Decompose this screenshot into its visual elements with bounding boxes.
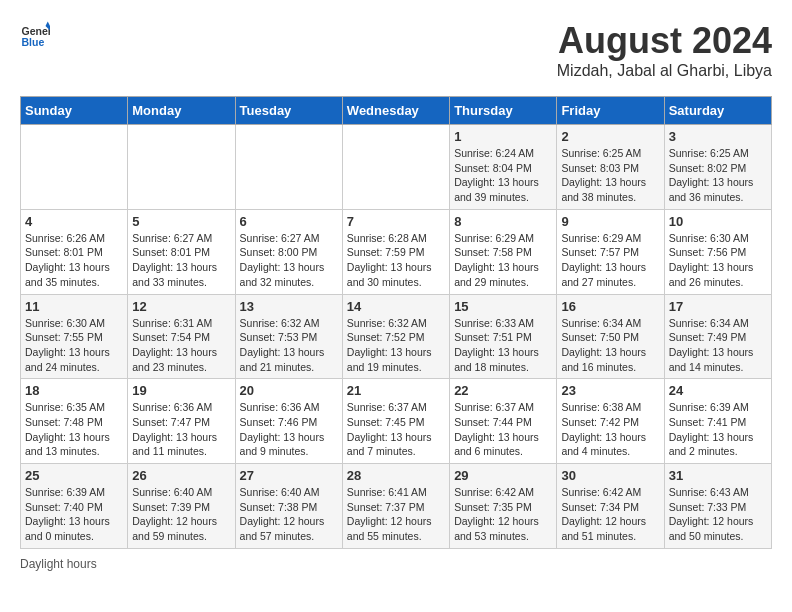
- day-info: Sunrise: 6:36 AMSunset: 7:46 PMDaylight:…: [240, 400, 338, 459]
- day-info: Sunrise: 6:29 AMSunset: 7:58 PMDaylight:…: [454, 231, 552, 290]
- day-info: Sunrise: 6:39 AMSunset: 7:41 PMDaylight:…: [669, 400, 767, 459]
- day-info: Sunrise: 6:32 AMSunset: 7:53 PMDaylight:…: [240, 316, 338, 375]
- day-info: Sunrise: 6:30 AMSunset: 7:56 PMDaylight:…: [669, 231, 767, 290]
- day-number: 13: [240, 299, 338, 314]
- calendar-cell: 10Sunrise: 6:30 AMSunset: 7:56 PMDayligh…: [664, 209, 771, 294]
- day-number: 24: [669, 383, 767, 398]
- calendar-cell: 9Sunrise: 6:29 AMSunset: 7:57 PMDaylight…: [557, 209, 664, 294]
- weekday-header: Saturday: [664, 97, 771, 125]
- calendar-cell: 29Sunrise: 6:42 AMSunset: 7:35 PMDayligh…: [450, 464, 557, 549]
- weekday-header: Friday: [557, 97, 664, 125]
- weekday-header: Monday: [128, 97, 235, 125]
- day-number: 27: [240, 468, 338, 483]
- calendar-cell: 23Sunrise: 6:38 AMSunset: 7:42 PMDayligh…: [557, 379, 664, 464]
- day-number: 12: [132, 299, 230, 314]
- day-number: 22: [454, 383, 552, 398]
- day-info: Sunrise: 6:26 AMSunset: 8:01 PMDaylight:…: [25, 231, 123, 290]
- day-number: 6: [240, 214, 338, 229]
- day-number: 11: [25, 299, 123, 314]
- calendar-cell: 17Sunrise: 6:34 AMSunset: 7:49 PMDayligh…: [664, 294, 771, 379]
- weekday-header: Tuesday: [235, 97, 342, 125]
- day-info: Sunrise: 6:42 AMSunset: 7:34 PMDaylight:…: [561, 485, 659, 544]
- calendar-cell: 24Sunrise: 6:39 AMSunset: 7:41 PMDayligh…: [664, 379, 771, 464]
- day-number: 14: [347, 299, 445, 314]
- calendar-cell: 26Sunrise: 6:40 AMSunset: 7:39 PMDayligh…: [128, 464, 235, 549]
- calendar-cell: 27Sunrise: 6:40 AMSunset: 7:38 PMDayligh…: [235, 464, 342, 549]
- day-number: 16: [561, 299, 659, 314]
- day-number: 31: [669, 468, 767, 483]
- day-info: Sunrise: 6:28 AMSunset: 7:59 PMDaylight:…: [347, 231, 445, 290]
- calendar-cell: [235, 125, 342, 210]
- day-info: Sunrise: 6:40 AMSunset: 7:38 PMDaylight:…: [240, 485, 338, 544]
- day-info: Sunrise: 6:33 AMSunset: 7:51 PMDaylight:…: [454, 316, 552, 375]
- calendar-week-row: 18Sunrise: 6:35 AMSunset: 7:48 PMDayligh…: [21, 379, 772, 464]
- weekday-header: Thursday: [450, 97, 557, 125]
- svg-marker-2: [46, 22, 51, 27]
- day-number: 9: [561, 214, 659, 229]
- day-number: 7: [347, 214, 445, 229]
- day-info: Sunrise: 6:29 AMSunset: 7:57 PMDaylight:…: [561, 231, 659, 290]
- calendar-cell: 15Sunrise: 6:33 AMSunset: 7:51 PMDayligh…: [450, 294, 557, 379]
- day-info: Sunrise: 6:42 AMSunset: 7:35 PMDaylight:…: [454, 485, 552, 544]
- calendar-cell: 2Sunrise: 6:25 AMSunset: 8:03 PMDaylight…: [557, 125, 664, 210]
- calendar-week-row: 1Sunrise: 6:24 AMSunset: 8:04 PMDaylight…: [21, 125, 772, 210]
- day-info: Sunrise: 6:25 AMSunset: 8:03 PMDaylight:…: [561, 146, 659, 205]
- calendar-week-row: 25Sunrise: 6:39 AMSunset: 7:40 PMDayligh…: [21, 464, 772, 549]
- calendar: SundayMondayTuesdayWednesdayThursdayFrid…: [20, 96, 772, 549]
- day-number: 30: [561, 468, 659, 483]
- logo: General Blue: [20, 20, 50, 50]
- day-number: 10: [669, 214, 767, 229]
- footer-note: Daylight hours: [20, 557, 772, 571]
- day-number: 28: [347, 468, 445, 483]
- day-info: Sunrise: 6:39 AMSunset: 7:40 PMDaylight:…: [25, 485, 123, 544]
- calendar-cell: 21Sunrise: 6:37 AMSunset: 7:45 PMDayligh…: [342, 379, 449, 464]
- day-number: 1: [454, 129, 552, 144]
- day-number: 29: [454, 468, 552, 483]
- day-info: Sunrise: 6:27 AMSunset: 8:00 PMDaylight:…: [240, 231, 338, 290]
- day-info: Sunrise: 6:41 AMSunset: 7:37 PMDaylight:…: [347, 485, 445, 544]
- day-number: 4: [25, 214, 123, 229]
- day-info: Sunrise: 6:25 AMSunset: 8:02 PMDaylight:…: [669, 146, 767, 205]
- day-number: 23: [561, 383, 659, 398]
- calendar-cell: 8Sunrise: 6:29 AMSunset: 7:58 PMDaylight…: [450, 209, 557, 294]
- weekday-header: Wednesday: [342, 97, 449, 125]
- day-info: Sunrise: 6:34 AMSunset: 7:49 PMDaylight:…: [669, 316, 767, 375]
- calendar-cell: 30Sunrise: 6:42 AMSunset: 7:34 PMDayligh…: [557, 464, 664, 549]
- day-info: Sunrise: 6:31 AMSunset: 7:54 PMDaylight:…: [132, 316, 230, 375]
- calendar-week-row: 4Sunrise: 6:26 AMSunset: 8:01 PMDaylight…: [21, 209, 772, 294]
- calendar-cell: 20Sunrise: 6:36 AMSunset: 7:46 PMDayligh…: [235, 379, 342, 464]
- weekday-header-row: SundayMondayTuesdayWednesdayThursdayFrid…: [21, 97, 772, 125]
- calendar-cell: 13Sunrise: 6:32 AMSunset: 7:53 PMDayligh…: [235, 294, 342, 379]
- calendar-cell: [342, 125, 449, 210]
- svg-text:Blue: Blue: [22, 36, 45, 48]
- calendar-cell: 14Sunrise: 6:32 AMSunset: 7:52 PMDayligh…: [342, 294, 449, 379]
- day-number: 21: [347, 383, 445, 398]
- calendar-cell: 28Sunrise: 6:41 AMSunset: 7:37 PMDayligh…: [342, 464, 449, 549]
- calendar-cell: 3Sunrise: 6:25 AMSunset: 8:02 PMDaylight…: [664, 125, 771, 210]
- day-number: 17: [669, 299, 767, 314]
- day-number: 3: [669, 129, 767, 144]
- header: General Blue August 2024 Mizdah, Jabal a…: [20, 20, 772, 80]
- day-info: Sunrise: 6:24 AMSunset: 8:04 PMDaylight:…: [454, 146, 552, 205]
- day-info: Sunrise: 6:30 AMSunset: 7:55 PMDaylight:…: [25, 316, 123, 375]
- title-area: August 2024 Mizdah, Jabal al Gharbi, Lib…: [557, 20, 772, 80]
- day-info: Sunrise: 6:37 AMSunset: 7:45 PMDaylight:…: [347, 400, 445, 459]
- calendar-cell: 5Sunrise: 6:27 AMSunset: 8:01 PMDaylight…: [128, 209, 235, 294]
- main-title: August 2024: [557, 20, 772, 62]
- calendar-week-row: 11Sunrise: 6:30 AMSunset: 7:55 PMDayligh…: [21, 294, 772, 379]
- calendar-cell: [128, 125, 235, 210]
- calendar-cell: 16Sunrise: 6:34 AMSunset: 7:50 PMDayligh…: [557, 294, 664, 379]
- calendar-cell: 19Sunrise: 6:36 AMSunset: 7:47 PMDayligh…: [128, 379, 235, 464]
- day-number: 2: [561, 129, 659, 144]
- day-number: 18: [25, 383, 123, 398]
- calendar-cell: 11Sunrise: 6:30 AMSunset: 7:55 PMDayligh…: [21, 294, 128, 379]
- calendar-cell: 7Sunrise: 6:28 AMSunset: 7:59 PMDaylight…: [342, 209, 449, 294]
- day-info: Sunrise: 6:38 AMSunset: 7:42 PMDaylight:…: [561, 400, 659, 459]
- calendar-cell: [21, 125, 128, 210]
- day-info: Sunrise: 6:27 AMSunset: 8:01 PMDaylight:…: [132, 231, 230, 290]
- calendar-cell: 1Sunrise: 6:24 AMSunset: 8:04 PMDaylight…: [450, 125, 557, 210]
- logo-icon: General Blue: [20, 20, 50, 50]
- calendar-cell: 25Sunrise: 6:39 AMSunset: 7:40 PMDayligh…: [21, 464, 128, 549]
- day-number: 15: [454, 299, 552, 314]
- calendar-cell: 6Sunrise: 6:27 AMSunset: 8:00 PMDaylight…: [235, 209, 342, 294]
